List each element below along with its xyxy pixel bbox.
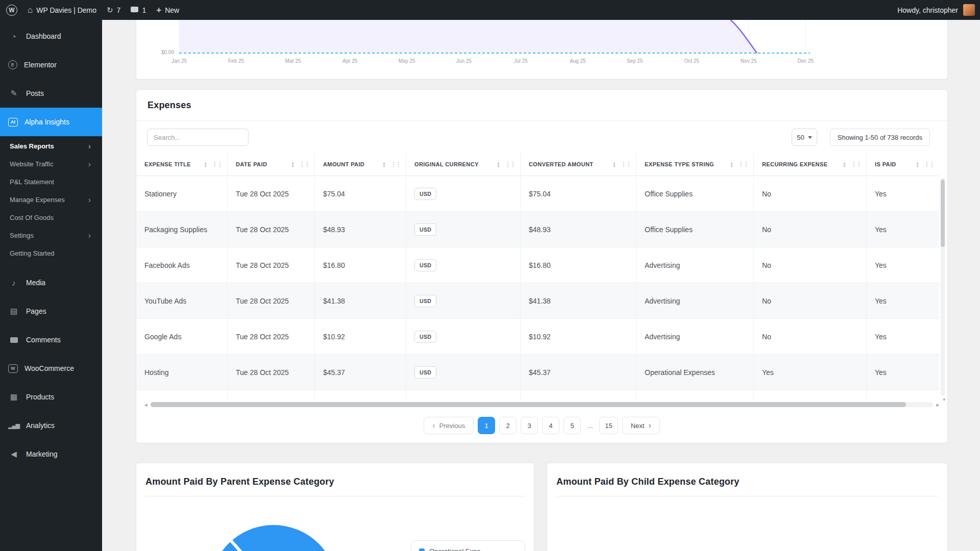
submenu-item-getting-started[interactable]: Getting Started [0, 244, 102, 262]
page-size-value: 50 [797, 134, 804, 141]
sidebar-item-alpha-insights[interactable]: AI Alpha Insights [0, 108, 102, 136]
sort-icon[interactable] [200, 162, 207, 167]
sort-icon[interactable] [493, 162, 500, 167]
pagination-page-5[interactable]: 5 [564, 417, 581, 434]
sort-icon[interactable] [287, 162, 295, 167]
pagination-page-2[interactable]: 2 [499, 417, 517, 434]
search-input[interactable] [147, 129, 249, 146]
sort-icon[interactable] [608, 162, 616, 167]
scroll-down-arrow-icon[interactable] [943, 397, 945, 402]
sort-icon[interactable] [839, 162, 846, 167]
pagination-page-4[interactable]: 4 [542, 417, 559, 434]
avatar[interactable] [963, 4, 975, 16]
legend-item[interactable]: Operational Expe... [419, 547, 517, 551]
column-header-recurring-expense[interactable]: RECURRING EXPENSE [754, 153, 867, 176]
page-size-select[interactable]: 50 [792, 129, 817, 146]
sort-icon[interactable] [378, 162, 386, 167]
pagination-page-15[interactable]: 15 [599, 417, 618, 434]
vertical-scrollbar[interactable] [941, 178, 945, 395]
submenu-item-cost-of-goods[interactable]: Cost Of Goods [0, 209, 102, 227]
horizontal-scrollbar [144, 402, 939, 408]
column-header-amount-paid[interactable]: AMOUNT PAID [315, 153, 406, 176]
expenses-toolbar: 50 Showing 1-50 of 738 records [136, 121, 947, 153]
scroll-right-arrow-icon[interactable] [936, 402, 939, 408]
parent-category-card: Amount Paid By Parent Expense Category O… [136, 463, 534, 551]
chevron-right-icon [88, 160, 91, 168]
pagination-next-button[interactable]: Next [622, 417, 660, 434]
sidebar-item-products[interactable]: ▦ Products [0, 383, 102, 411]
sidebar-item-analytics[interactable]: ▂▄▆ Analytics [0, 411, 102, 440]
column-header-label: AMOUNT PAID [323, 161, 364, 167]
vertical-scrollbar-thumb[interactable] [941, 180, 945, 247]
submenu-item-label: Website Traffic [10, 160, 54, 168]
cell-paid: Yes [867, 283, 939, 318]
cell-paid [867, 390, 939, 400]
x-axis-label: Oct 25 [684, 58, 699, 64]
drag-handle-icon[interactable] [390, 161, 401, 168]
admin-bar: W WP Davies | Demo 7 1 New Howdy, christ… [0, 0, 980, 20]
x-axis-label: Mar 25 [285, 58, 301, 64]
cell-date: Tue 28 Oct 2025 [228, 283, 315, 318]
column-header-converted-amount[interactable]: CONVERTED AMOUNT [521, 153, 636, 176]
updates-link[interactable]: 7 [107, 6, 120, 14]
cell-amount: $10.92 [315, 319, 406, 354]
x-axis-label: Aug 25 [570, 58, 586, 64]
chevron-right-icon [88, 142, 91, 151]
column-header-expense-title[interactable]: EXPENSE TITLE [136, 153, 228, 176]
toolbar-right: 50 Showing 1-50 of 738 records [792, 129, 930, 146]
new-content-link[interactable]: New [156, 6, 179, 14]
submenu-item-website-traffic[interactable]: Website Traffic [0, 155, 102, 173]
submenu-item-settings[interactable]: Settings [0, 227, 102, 244]
sort-icon[interactable] [912, 162, 919, 167]
site-name-link[interactable]: WP Davies | Demo [28, 6, 96, 14]
column-header-original-currency[interactable]: ORIGINAL CURRENCY [406, 153, 521, 176]
screen: W WP Davies | Demo 7 1 New Howdy, christ… [0, 0, 980, 551]
pie-slice[interactable] [210, 525, 337, 551]
site-name: WP Davies | Demo [36, 6, 96, 14]
horizontal-scrollbar-thumb[interactable] [151, 402, 906, 407]
comments-link[interactable]: 1 [131, 6, 146, 14]
submenu-item-sales-reports[interactable]: Sales Reports [0, 137, 102, 155]
sidebar-item-media[interactable]: ♪ Media [0, 268, 102, 297]
submenu-item-p-l-statement[interactable]: P&L Statement [0, 173, 102, 191]
sidebar-item-elementor[interactable]: E Elementor [0, 51, 102, 79]
wordpress-menu-link[interactable]: W [6, 5, 17, 16]
chevron-right-icon [648, 421, 651, 430]
account-link[interactable]: Howdy, christopher [897, 6, 958, 14]
drag-handle-icon[interactable] [299, 161, 309, 168]
column-header-label: DATE PAID [236, 161, 267, 167]
sidebar-item-marketing[interactable]: ◀ Marketing [0, 440, 102, 468]
pagination-page-1[interactable]: 1 [478, 417, 495, 434]
sidebar-item-dashboard[interactable]: ◔ Dashboard [0, 22, 102, 51]
pagination-previous-button[interactable]: Previous [424, 417, 474, 434]
column-header-date-paid[interactable]: DATE PAID [228, 153, 315, 176]
products-icon: ▦ [8, 392, 19, 402]
pagination-page-3[interactable]: 3 [521, 417, 538, 434]
sidebar-item-label: Pages [26, 307, 46, 315]
horizontal-scrollbar-track[interactable] [151, 402, 934, 407]
drag-handle-icon[interactable] [505, 161, 515, 168]
scroll-left-arrow-icon[interactable] [144, 402, 148, 408]
x-axis-label: Apr 25 [342, 58, 357, 64]
cell-amount [315, 390, 406, 400]
drag-handle-icon[interactable] [212, 161, 222, 168]
drag-handle-icon[interactable] [621, 161, 631, 168]
sidebar-item-comments[interactable]: Comments [0, 325, 102, 354]
submenu-item-manage-expenses[interactable]: Manage Expenses [0, 191, 102, 209]
updates-count: 7 [117, 6, 121, 14]
column-header-is-paid[interactable]: IS PAID [867, 153, 939, 176]
drag-handle-icon[interactable] [924, 161, 934, 168]
comment-bubble-icon [131, 7, 138, 12]
drag-handle-icon[interactable] [738, 161, 748, 168]
table-row: YouTube AdsTue 28 Oct 2025$41.38USD$41.3… [136, 283, 939, 319]
sidebar-item-pages[interactable]: ▤ Pages [0, 297, 102, 325]
cell-converted: $41.38 [521, 283, 636, 318]
pagination-ellipsis: ... [585, 417, 595, 434]
sidebar-item-posts[interactable]: ✎ Posts [0, 79, 102, 108]
column-header-label: RECURRING EXPENSE [762, 161, 827, 167]
column-header-expense-type-string[interactable]: EXPENSE TYPE STRING [636, 153, 754, 176]
drag-handle-icon[interactable] [851, 161, 861, 168]
sidebar-item-woocommerce[interactable]: W WooCommerce [0, 354, 102, 383]
comments-count: 1 [142, 6, 146, 14]
sort-icon[interactable] [726, 162, 733, 167]
